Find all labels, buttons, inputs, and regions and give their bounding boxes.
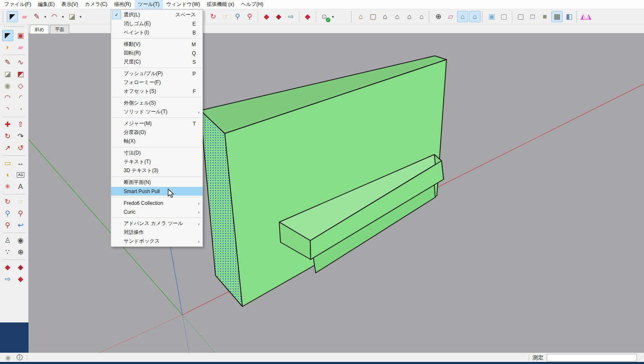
3d-text-tool-icon[interactable]: A bbox=[15, 181, 26, 192]
extension-warehouse-icon[interactable]: ◆ bbox=[2, 262, 13, 273]
dimension-tool-icon[interactable]: ↔ bbox=[15, 157, 26, 169]
palette-grip[interactable] bbox=[4, 26, 24, 29]
measurement-input[interactable] bbox=[547, 354, 637, 361]
arc-tool-icon[interactable]: ◠ bbox=[49, 11, 60, 22]
menubar-item-draw[interactable]: 描画(R) bbox=[111, 0, 135, 9]
toolbar-grip[interactable] bbox=[351, 11, 353, 22]
display-section-planes-icon[interactable]: ▱ bbox=[445, 11, 456, 22]
back-edges-mode-icon[interactable]: ▢ bbox=[498, 11, 509, 22]
menubar-item-tools[interactable]: ツール(T) bbox=[135, 0, 163, 9]
display-section-fill-icon[interactable]: ⌂ bbox=[469, 11, 480, 22]
tools-menu-item-curic[interactable]: Curic› bbox=[111, 207, 203, 216]
previous-view-tool-icon[interactable]: ↩ bbox=[15, 220, 26, 231]
menubar-item-extensions[interactable]: 拡張機能 (x) bbox=[203, 0, 237, 9]
tools-menu-item-advanced-camera-tools[interactable]: アドバンス カメラ ツール› bbox=[111, 219, 203, 228]
extension-manager-icon[interactable]: ◆ bbox=[302, 11, 313, 22]
position-camera-tool-icon[interactable]: ♙ bbox=[2, 235, 13, 246]
line-tool-icon[interactable]: ✎ bbox=[31, 11, 42, 22]
toolbar-grip[interactable] bbox=[428, 11, 431, 22]
tools-menu-item-scale[interactable]: 尺度(C)S bbox=[111, 58, 203, 66]
walk-tool-icon[interactable]: ∵ bbox=[2, 246, 13, 258]
arc-tool-dropdown-arrow[interactable]: ▾ bbox=[61, 15, 65, 19]
tools-menu-item-smart-push-pull[interactable]: Smart Push Pull bbox=[111, 187, 203, 196]
zoom-extents-tool-icon[interactable]: ⚲ bbox=[2, 220, 13, 231]
scene-tab-heimen[interactable]: 平面 bbox=[50, 25, 69, 34]
extension-warehouse-icon[interactable]: ◆ bbox=[261, 11, 272, 22]
account-dropdown-arrow[interactable]: ▾ bbox=[331, 15, 335, 19]
scene-tab-naname[interactable]: 斜め bbox=[30, 25, 49, 34]
tools-menu-item-eraser[interactable]: 消しゴム(E)E bbox=[111, 19, 203, 28]
section-plane-tool-icon[interactable]: ⊕ bbox=[433, 11, 444, 22]
menubar-item-view[interactable]: 表示(V) bbox=[58, 0, 81, 9]
zoom-tool-icon[interactable]: ⚲ bbox=[232, 11, 243, 22]
protractor-tool-icon[interactable]: ◖ bbox=[2, 169, 13, 181]
menubar-item-edit[interactable]: 編集(E) bbox=[34, 0, 58, 9]
3d-warehouse-icon[interactable]: ◆ bbox=[273, 11, 284, 22]
tools-menu-item-interact[interactable]: 対話操作 bbox=[111, 228, 203, 237]
rotate-tool-icon[interactable]: ↻ bbox=[2, 131, 13, 142]
toolbar-grip[interactable] bbox=[576, 11, 578, 22]
tools-menu-item-sandbox[interactable]: サンドボックス› bbox=[111, 237, 203, 246]
zoom-window-tool-icon[interactable]: ⚲ bbox=[15, 208, 26, 219]
geolocation-icon[interactable]: ◉ bbox=[4, 354, 12, 361]
menubar-item-camera[interactable]: カメラ(C) bbox=[81, 0, 111, 9]
tools-menu-item-move[interactable]: 移動(V)M bbox=[111, 40, 203, 49]
share-model-icon[interactable]: ⇨ bbox=[2, 273, 13, 285]
make-component-icon[interactable]: ▣ bbox=[15, 30, 26, 41]
scale-tool-icon[interactable]: ↗ bbox=[2, 142, 13, 154]
offset-tool-icon[interactable]: ↺ bbox=[15, 142, 26, 154]
zoom-tool-icon[interactable]: ⚲ bbox=[2, 208, 13, 219]
move-tool-icon[interactable]: ✚ bbox=[2, 119, 13, 130]
shaded-textures-style-icon[interactable]: ▩ bbox=[551, 11, 563, 22]
rotated-rectangle-tool-icon[interactable]: ◩ bbox=[15, 68, 26, 80]
display-section-cuts-icon[interactable]: ⌂ bbox=[457, 11, 468, 22]
tools-menu-item-protractor[interactable]: 分度器(O) bbox=[111, 128, 203, 137]
eraser-tool-icon[interactable]: ▰ bbox=[15, 42, 26, 53]
tools-menu-item-paint[interactable]: ペイント(I)B bbox=[111, 28, 203, 37]
select-tool-icon[interactable]: ◤ bbox=[2, 30, 13, 41]
rectangle-tool-icon[interactable]: ◪ bbox=[2, 68, 13, 80]
eraser-tool-icon[interactable]: ▰ bbox=[19, 11, 30, 22]
text-tool-icon[interactable]: A1 bbox=[15, 169, 26, 181]
tools-menu-item-push-pull[interactable]: プッシュ/プル(P)P bbox=[111, 69, 203, 78]
look-around-tool-icon[interactable]: ◉ bbox=[15, 235, 26, 246]
menubar-item-window[interactable]: ウィンドウ(W) bbox=[163, 0, 204, 9]
xray-mode-icon[interactable]: ▣ bbox=[486, 11, 497, 22]
compass-tool-icon[interactable]: ⊕ bbox=[15, 246, 26, 258]
share-model-icon[interactable]: ⇨ bbox=[285, 11, 296, 22]
tools-menu-item-section-plane[interactable]: 断面平面(N) bbox=[111, 178, 203, 187]
push-pull-tool-icon[interactable]: ⇧ bbox=[15, 119, 26, 130]
paint-bucket-tool-icon[interactable]: ◗ bbox=[2, 42, 13, 53]
line-tool-dropdown-arrow[interactable]: ▾ bbox=[43, 15, 47, 19]
shaded-style-icon[interactable]: ■ bbox=[539, 11, 551, 22]
tools-menu-item-solid-tools[interactable]: ソリッド ツール(T)› bbox=[111, 107, 203, 116]
menubar-item-file[interactable]: ファイル(F) bbox=[1, 0, 34, 9]
info-icon[interactable]: ⓘ bbox=[16, 354, 23, 361]
view-iso-icon[interactable]: ⌂ bbox=[355, 11, 366, 22]
view-left-icon[interactable]: ⌂ bbox=[404, 11, 415, 22]
tools-menu-item-dimensions[interactable]: 寸法(D) bbox=[111, 149, 203, 157]
pie-tool-icon[interactable]: ◔ bbox=[15, 104, 26, 115]
view-front-icon[interactable]: ⌂ bbox=[379, 11, 391, 22]
pan-tool-icon[interactable]: ☞ bbox=[220, 11, 231, 22]
freehand-tool-icon[interactable]: ∿ bbox=[15, 57, 26, 68]
toolbar-grip[interactable] bbox=[482, 11, 484, 22]
zoom-extents-tool-icon[interactable]: ⚲ bbox=[244, 11, 255, 22]
tools-menu-item-tape-measure[interactable]: メジャー(M)T bbox=[111, 119, 203, 128]
view-right-icon[interactable]: ⌂ bbox=[416, 11, 427, 22]
circle-tool-icon[interactable]: ◉ bbox=[2, 80, 13, 92]
extension-manager-icon[interactable]: ◆ bbox=[15, 273, 26, 285]
orbit-tool-icon[interactable]: ↻ bbox=[2, 196, 13, 207]
tools-menu-item-select[interactable]: ✓選択(L)スペース bbox=[111, 10, 203, 19]
account-icon[interactable]: ☺✓ bbox=[319, 11, 330, 22]
tools-menu-item-text[interactable]: テキスト(T) bbox=[111, 157, 203, 166]
tools-menu-item-rotate[interactable]: 回転(R)Q bbox=[111, 49, 203, 58]
resize-grip[interactable]: ⋰ bbox=[639, 356, 643, 361]
tools-menu-item-fredo6-collection[interactable]: Fredo6 Collection› bbox=[111, 199, 203, 207]
orbit-tool-icon[interactable]: ↻ bbox=[208, 11, 219, 22]
tools-menu-item-outer-shell[interactable]: 外側シェル(S) bbox=[111, 99, 203, 107]
3d-warehouse-icon[interactable]: ◆ bbox=[15, 262, 26, 273]
tools-menu-item-follow-me[interactable]: フォローミー(F) bbox=[111, 78, 203, 87]
tape-measure-tool-icon[interactable]: ▭ bbox=[2, 157, 13, 169]
polygon-tool-icon[interactable]: ◇ bbox=[15, 80, 26, 92]
